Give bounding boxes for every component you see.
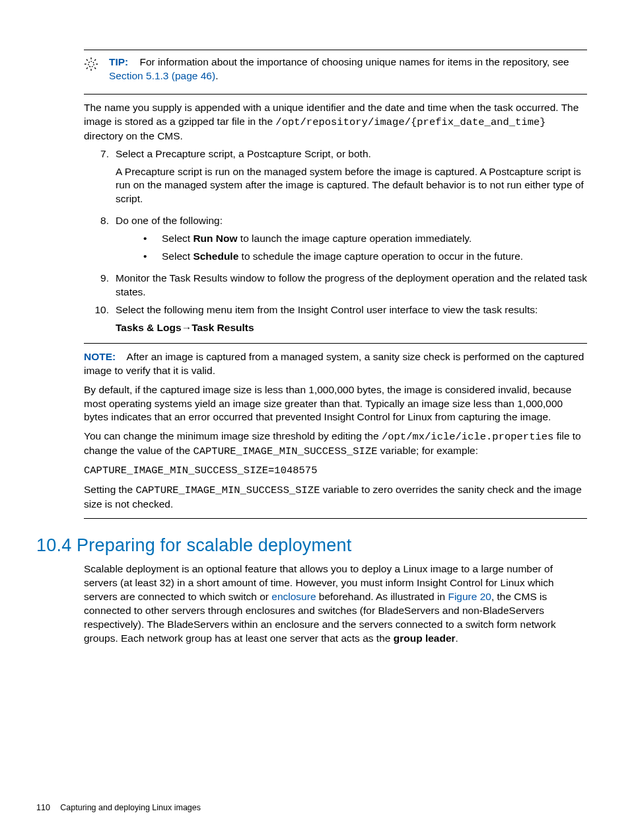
- page-footer: 110 Capturing and deploying Linux images: [36, 802, 201, 814]
- step-9-text: Monitor the Task Results window to follo…: [116, 272, 587, 299]
- step-9: 9. Monitor the Task Results window to fo…: [84, 272, 587, 299]
- tip-link[interactable]: Section 5.1.3 (page 46): [109, 70, 215, 81]
- note-p4: Setting the CAPTURE_IMAGE_MIN_SUCCESS_SI…: [84, 483, 587, 512]
- section-body: Scalable deployment is an optional featu…: [84, 562, 587, 646]
- svg-point-0: [88, 61, 94, 67]
- note-wrapper: NOTE: After an image is captured from a …: [84, 343, 587, 519]
- section-heading: 10.4 Preparing for scalable deployment: [36, 533, 587, 557]
- page-number: 110: [36, 802, 50, 814]
- tip-body-before: For information about the importance of …: [140, 56, 569, 67]
- step-num: 9.: [84, 272, 116, 299]
- tip-body-after: .: [215, 70, 218, 81]
- page: TIP: For information about the importanc…: [0, 0, 630, 840]
- bullet-icon: •: [142, 232, 162, 246]
- note-p3: You can change the minimum image size th…: [84, 430, 587, 459]
- note-label: NOTE:: [84, 351, 116, 362]
- tip-icon: [84, 56, 109, 87]
- step-7-para: A Precapture script is run on the manage…: [116, 165, 587, 207]
- note-box: NOTE: After an image is captured from a …: [84, 343, 587, 519]
- step-10: 10. Select the following menu item from …: [84, 303, 587, 335]
- step-10-menu: Tasks & Logs→Task Results: [116, 321, 587, 335]
- svg-line-8: [94, 59, 96, 61]
- step-num: 7.: [84, 147, 116, 211]
- svg-line-5: [87, 59, 88, 61]
- note-p1: After an image is captured from a manage…: [84, 351, 584, 376]
- step-8: 8. Do one of the following: • Select Run…: [84, 214, 587, 268]
- note-p2: By default, if the captured image size i…: [84, 383, 587, 425]
- step-num: 8.: [84, 214, 116, 268]
- svg-line-7: [87, 67, 88, 69]
- step-7-line1: Select a Precapture script, a Postcaptur…: [116, 147, 587, 161]
- upper-content: TIP: For information about the importanc…: [84, 50, 587, 143]
- step-7: 7. Select a Precapture script, a Postcap…: [84, 147, 587, 211]
- section-p1: Scalable deployment is an optional featu…: [84, 562, 587, 646]
- step-10-line1: Select the following menu item from the …: [116, 303, 587, 317]
- enclosure-link[interactable]: enclosure: [271, 591, 316, 602]
- ordered-list: 7. Select a Precapture script, a Postcap…: [84, 147, 587, 335]
- bullet-icon: •: [142, 250, 162, 264]
- step-num: 10.: [84, 303, 116, 335]
- step-8-bullet-1: • Select Run Now to launch the image cap…: [142, 232, 587, 246]
- figure-20-link[interactable]: Figure 20: [448, 591, 491, 602]
- tip-box: TIP: For information about the importanc…: [84, 50, 587, 95]
- footer-title: Capturing and deploying Linux images: [60, 803, 201, 812]
- tip-followup-para: The name you supply is appended with a u…: [84, 101, 587, 143]
- svg-line-6: [94, 67, 96, 69]
- step-8-bullet-2: • Select Schedule to schedule the image …: [142, 250, 587, 264]
- tip-text: TIP: For information about the importanc…: [109, 56, 587, 87]
- step-8-line1: Do one of the following:: [116, 214, 587, 228]
- note-code: CAPTURE_IMAGE_MIN_SUCCESS_SIZE=1048575: [84, 464, 587, 478]
- tip-label: TIP:: [109, 56, 128, 67]
